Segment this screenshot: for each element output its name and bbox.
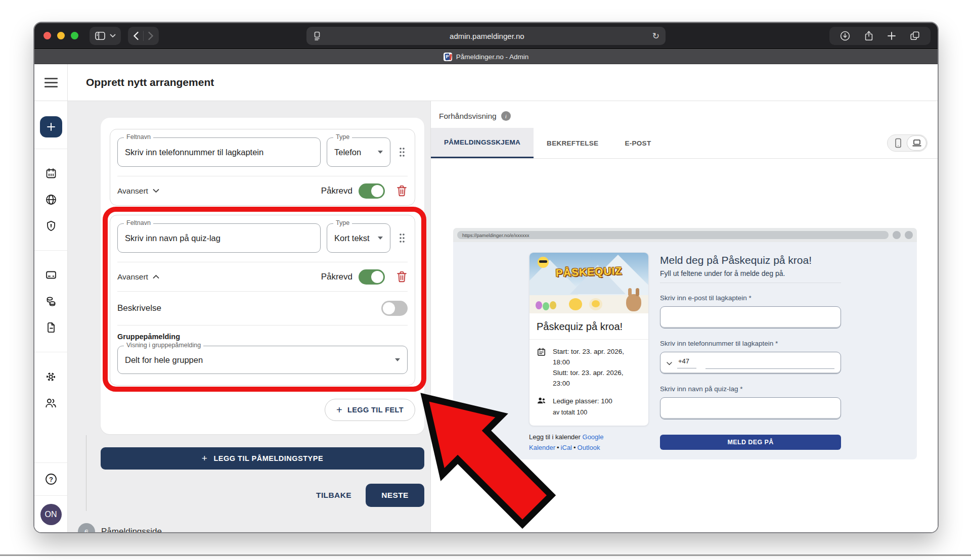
email-field[interactable] bbox=[660, 306, 841, 329]
mock-browser-dot bbox=[905, 231, 913, 239]
next-step-button[interactable]: NESTE bbox=[366, 484, 424, 507]
required-label: Påkrevd bbox=[321, 186, 352, 196]
browser-tab-title[interactable]: Påmeldinger.no - Admin bbox=[456, 53, 528, 61]
browser-tab-bar: P Påmeldinger.no - Admin bbox=[34, 49, 938, 64]
users-icon[interactable] bbox=[41, 390, 61, 416]
address-bar[interactable]: admin.pameldinger.no ↻ bbox=[306, 27, 666, 45]
advanced-toggle[interactable]: Avansert bbox=[117, 186, 159, 196]
device-toggle bbox=[887, 134, 928, 152]
document-icon[interactable] bbox=[41, 314, 61, 341]
step-label: Påmeldingsside bbox=[101, 527, 162, 532]
ical-link[interactable]: iCal bbox=[561, 444, 572, 451]
new-tab-icon[interactable] bbox=[887, 31, 896, 40]
sidebar-chevron-down-icon[interactable] bbox=[110, 34, 116, 38]
page-format-icon[interactable] bbox=[313, 31, 322, 41]
group-signup-heading: Gruppepåmelding bbox=[117, 333, 408, 341]
event-spots-total: av totalt 100 bbox=[553, 408, 612, 417]
credit-card-icon[interactable] bbox=[41, 262, 61, 288]
advanced-toggle[interactable]: Avansert bbox=[117, 272, 159, 282]
rail-divider bbox=[34, 462, 67, 463]
chevron-down-icon[interactable] bbox=[667, 362, 672, 365]
chick-illustration bbox=[569, 298, 582, 310]
add-signup-type-label: LEGG TIL PÅMELDINGSTYPE bbox=[213, 454, 323, 462]
signup-form: Meld deg på Påskequiz på kroa! Fyll ut f… bbox=[660, 252, 841, 453]
share-icon[interactable] bbox=[864, 30, 874, 41]
globe-icon[interactable] bbox=[41, 186, 61, 213]
info-icon[interactable]: i bbox=[501, 111, 511, 121]
trash-icon[interactable] bbox=[396, 184, 408, 197]
bullet-separator: • bbox=[557, 444, 559, 451]
description-label: Beskrivelse bbox=[117, 303, 381, 313]
minimize-window-button[interactable] bbox=[57, 32, 65, 39]
field-type-select[interactable]: Type Telefon bbox=[327, 137, 390, 167]
users-icon bbox=[537, 396, 547, 417]
outlook-link[interactable]: Outlook bbox=[578, 444, 600, 451]
help-icon[interactable]: ? bbox=[41, 465, 61, 493]
desktop-view-button[interactable] bbox=[907, 136, 926, 150]
shield-icon[interactable] bbox=[41, 213, 61, 239]
mock-page-content: PÅSKEQUIZ Påskequiz på kroa! bbox=[453, 242, 917, 459]
field-name-label: Feltnavn bbox=[124, 219, 153, 226]
favicon-blue-ticket: P bbox=[445, 53, 450, 60]
field-card-telefon: Feltnavn Type Telefon bbox=[110, 129, 415, 206]
screenshot-bottom-line bbox=[0, 554, 971, 556]
step-number-badge: 6 bbox=[78, 523, 95, 532]
back-step-button[interactable]: TILBAKE bbox=[316, 491, 351, 500]
required-switch[interactable] bbox=[359, 183, 385, 199]
coins-icon[interactable] bbox=[41, 288, 61, 314]
preview-panel: Forhåndsvisning i PÅMELDINGSSKJEMA BEKRE… bbox=[430, 101, 938, 532]
trash-icon[interactable] bbox=[396, 270, 408, 283]
signup-subheading: Fyll ut feltene under for å melde deg på… bbox=[660, 269, 841, 283]
add-field-button[interactable]: + LEGG TIL FELT bbox=[325, 399, 415, 421]
titlebar-right-actions bbox=[829, 27, 931, 45]
field-name-input[interactable] bbox=[125, 234, 313, 243]
tab-bekreftelse[interactable]: BEKREFTELSE bbox=[534, 128, 611, 158]
downloads-icon[interactable] bbox=[840, 30, 851, 41]
event-start: Start: tor. 23. apr. 2026, 18:00 bbox=[553, 347, 641, 368]
required-switch[interactable] bbox=[359, 269, 385, 285]
stepper-connector-line bbox=[86, 435, 86, 511]
event-end: Slutt: tor. 23. apr. 2026, 23:00 bbox=[553, 368, 641, 389]
preview-title: Forhåndsvisning bbox=[439, 112, 497, 121]
calendar-icon[interactable] bbox=[41, 160, 61, 186]
traffic-lights bbox=[43, 32, 78, 39]
gear-icon[interactable] bbox=[41, 363, 61, 390]
zoom-window-button[interactable] bbox=[71, 32, 78, 39]
bullet-separator: • bbox=[573, 444, 576, 451]
sidebar-panel-icon[interactable] bbox=[95, 31, 106, 40]
field-name-input-wrap: Feltnavn bbox=[117, 223, 321, 253]
drag-handle-icon[interactable] bbox=[396, 232, 408, 244]
tab-epost[interactable]: E-POST bbox=[611, 128, 664, 158]
stepper-next-step: 6 Påmeldingsside bbox=[78, 523, 162, 532]
back-button[interactable] bbox=[133, 31, 139, 40]
chevron-down-icon bbox=[395, 358, 400, 361]
forward-button[interactable] bbox=[148, 31, 154, 40]
phone-field[interactable]: +47 bbox=[660, 352, 841, 374]
signup-submit-button[interactable]: MELD DEG PÅ bbox=[660, 435, 841, 450]
description-switch[interactable] bbox=[381, 301, 408, 316]
bunny-illustration bbox=[626, 294, 641, 311]
phone-number-area[interactable] bbox=[705, 357, 834, 369]
avatar[interactable]: ON bbox=[40, 504, 62, 525]
chevron-down-icon bbox=[378, 151, 383, 154]
field-type-select[interactable]: Type Kort tekst bbox=[327, 223, 390, 253]
teamname-field[interactable] bbox=[660, 397, 841, 419]
phone-prefix[interactable]: +47 bbox=[677, 357, 696, 368]
admin-app: Opprett nytt arrangement bbox=[34, 64, 938, 532]
field-name-input[interactable] bbox=[125, 148, 313, 157]
create-new-button[interactable] bbox=[40, 116, 62, 137]
menu-icon[interactable] bbox=[45, 78, 58, 87]
add-signup-type-button[interactable]: + LEGG TIL PÅMELDINGSTYPE bbox=[101, 447, 424, 470]
close-window-button[interactable] bbox=[43, 32, 51, 39]
sidebar-toggle-group bbox=[90, 27, 121, 45]
group-display-select[interactable]: Visning i gruppepåmelding Delt for hele … bbox=[117, 346, 408, 374]
drag-handle-icon[interactable] bbox=[396, 147, 408, 158]
mobile-view-button[interactable] bbox=[889, 136, 907, 150]
form-builder-panel: Feltnavn Type Telefon bbox=[68, 101, 430, 532]
tab-overview-icon[interactable] bbox=[909, 30, 920, 41]
tab-pameldingsskjema[interactable]: PÅMELDINGSSKJEMA bbox=[431, 128, 534, 158]
rail-bottom-group: ? ON bbox=[34, 457, 67, 532]
chevron-up-icon bbox=[153, 274, 159, 279]
refresh-icon[interactable]: ↻ bbox=[652, 32, 659, 40]
plus-icon: + bbox=[202, 453, 208, 464]
